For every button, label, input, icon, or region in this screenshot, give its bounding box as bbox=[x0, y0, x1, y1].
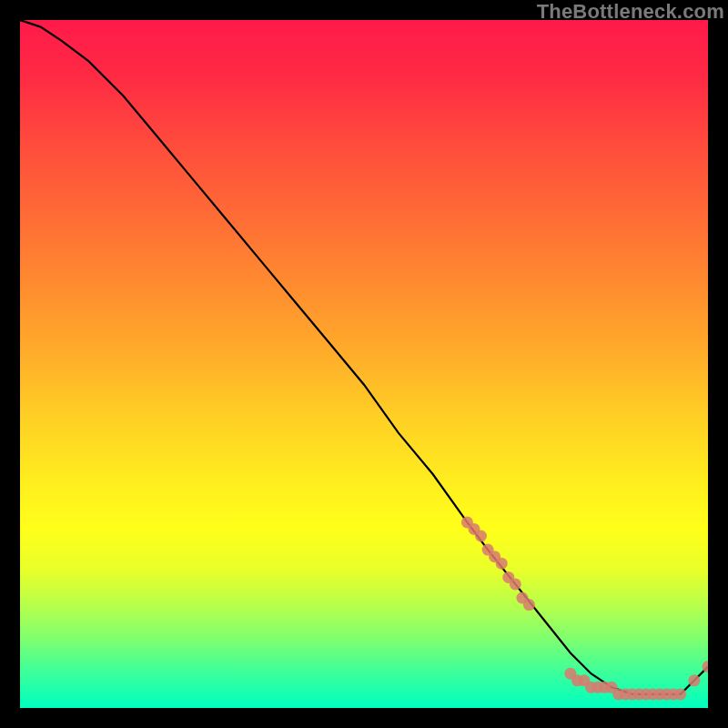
marker-point bbox=[688, 674, 700, 686]
marker-point bbox=[523, 599, 535, 611]
chart-stage: TheBottleneck.com bbox=[0, 0, 728, 728]
plot-area bbox=[20, 20, 708, 708]
marker-point bbox=[496, 558, 508, 570]
marker-point bbox=[475, 531, 487, 542]
marker-point bbox=[674, 688, 686, 700]
marker-point bbox=[510, 578, 521, 590]
bottleneck-curve bbox=[20, 20, 708, 708]
